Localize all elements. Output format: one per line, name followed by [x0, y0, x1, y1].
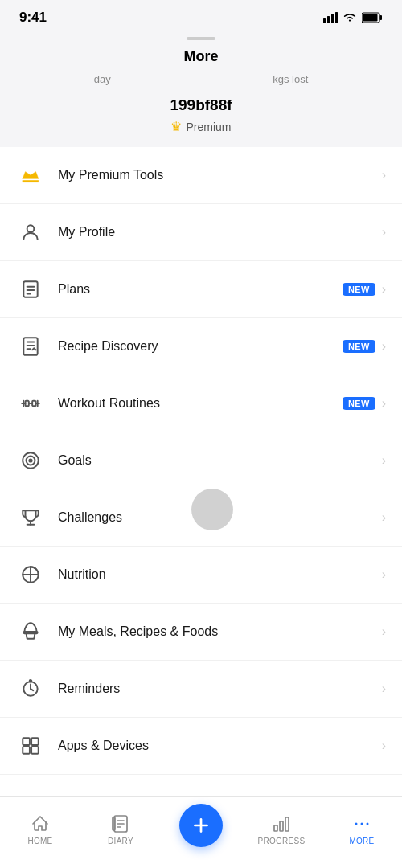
- chevron-icon: ›: [382, 339, 386, 354]
- svg-point-33: [30, 680, 32, 682]
- premium-badge: ♛ Premium: [170, 119, 231, 134]
- home-tab-icon: [30, 813, 51, 834]
- wifi-icon: [343, 12, 357, 23]
- premium-label: Premium: [186, 121, 231, 133]
- workout-new-badge: NEW: [343, 397, 375, 410]
- svg-rect-45: [274, 825, 277, 831]
- svg-line-32: [31, 689, 33, 690]
- svg-rect-6: [363, 14, 378, 22]
- diary-tab-icon: [110, 813, 131, 834]
- tab-diary[interactable]: DIARY: [96, 813, 145, 845]
- apps-icon: [16, 731, 45, 760]
- chevron-icon: ›: [382, 567, 386, 582]
- reminders-icon: [16, 674, 45, 703]
- add-button[interactable]: [179, 804, 223, 847]
- menu-item-challenges[interactable]: Challenges ›: [0, 489, 402, 547]
- menu-item-my-profile[interactable]: My Profile ›: [0, 204, 402, 261]
- page-title: More: [0, 48, 402, 65]
- recipe-icon: [16, 332, 45, 361]
- recipe-discovery-label: Recipe Discovery: [58, 339, 336, 354]
- kgs-lost-label: kgs lost: [273, 73, 308, 85]
- goals-icon: [16, 446, 45, 475]
- chevron-icon: ›: [382, 282, 386, 297]
- svg-point-49: [361, 823, 363, 825]
- meals-icon: [16, 617, 45, 646]
- progress-tab-label: PROGRESS: [257, 837, 305, 845]
- svg-rect-36: [23, 747, 30, 754]
- progress-tab-icon: [271, 813, 292, 834]
- svg-point-48: [355, 823, 358, 825]
- svg-point-50: [367, 823, 369, 825]
- day-label: day: [94, 73, 111, 85]
- apps-devices-label: Apps & Devices: [58, 739, 375, 753]
- more-tab-label: MORE: [349, 837, 374, 845]
- signal-icon: [323, 12, 338, 23]
- challenges-label: Challenges: [58, 510, 375, 525]
- plans-new-badge: NEW: [343, 283, 375, 296]
- menu-list: My Premium Tools › My Profile ›: [0, 147, 402, 831]
- challenges-icon: [16, 503, 45, 532]
- goals-label: Goals: [58, 453, 375, 468]
- svg-rect-8: [23, 281, 37, 297]
- battery-icon: [362, 12, 383, 23]
- plans-icon: [16, 275, 45, 304]
- svg-point-7: [27, 225, 35, 232]
- diary-tab-label: DIARY: [108, 837, 133, 845]
- chevron-icon: ›: [382, 168, 386, 182]
- svg-rect-46: [280, 821, 283, 831]
- svg-rect-35: [31, 738, 39, 745]
- chevron-icon: ›: [382, 453, 386, 468]
- svg-rect-34: [23, 738, 30, 745]
- workout-icon: [16, 389, 45, 418]
- chevron-icon: ›: [382, 510, 386, 525]
- menu-item-plans[interactable]: Plans NEW ›: [0, 261, 402, 318]
- my-meals-label: My Meals, Recipes & Foods: [58, 624, 375, 639]
- stats-row: day kgs lost: [0, 68, 402, 90]
- tab-progress[interactable]: PROGRESS: [257, 813, 306, 845]
- tab-bar: HOME DIARY: [0, 796, 402, 868]
- menu-item-goals[interactable]: Goals ›: [0, 432, 402, 489]
- svg-rect-3: [335, 12, 338, 23]
- plans-label: Plans: [58, 282, 336, 297]
- premium-tools-icon: [16, 161, 45, 190]
- my-profile-label: My Profile: [58, 225, 375, 240]
- menu-item-my-meals[interactable]: My Meals, Recipes & Foods ›: [0, 604, 402, 661]
- svg-rect-47: [285, 817, 289, 831]
- svg-rect-2: [331, 14, 334, 23]
- chevron-icon: ›: [382, 624, 386, 639]
- profile-icon: [16, 218, 45, 247]
- crown-badge-icon: ♛: [170, 119, 182, 134]
- reminders-label: Reminders: [58, 682, 375, 696]
- chevron-icon: ›: [382, 739, 386, 753]
- status-time: 9:41: [19, 10, 47, 26]
- status-bar: 9:41: [0, 0, 402, 32]
- header: More: [0, 32, 402, 68]
- menu-item-apps-devices[interactable]: Apps & Devices ›: [0, 718, 402, 775]
- tab-home[interactable]: HOME: [16, 813, 64, 845]
- menu-item-recipe-discovery[interactable]: Recipe Discovery NEW ›: [0, 318, 402, 375]
- menu-item-premium-tools[interactable]: My Premium Tools ›: [0, 147, 402, 204]
- nutrition-label: Nutrition: [58, 567, 375, 582]
- menu-item-nutrition[interactable]: Nutrition ›: [0, 547, 402, 604]
- workout-routines-label: Workout Routines: [58, 396, 336, 411]
- chevron-icon: ›: [382, 682, 386, 696]
- menu-item-reminders[interactable]: Reminders ›: [0, 661, 402, 718]
- svg-point-25: [29, 459, 31, 461]
- svg-rect-5: [380, 15, 383, 20]
- home-tab-label: HOME: [27, 837, 52, 845]
- user-id: 199bf88f: [0, 96, 402, 114]
- menu-item-workout-routines[interactable]: Workout Routines NEW ›: [0, 375, 402, 432]
- more-tab-icon: [351, 813, 372, 834]
- recipe-new-badge: NEW: [343, 340, 375, 353]
- svg-rect-0: [323, 18, 326, 23]
- user-info: 199bf88f ♛ Premium: [0, 90, 402, 147]
- drag-handle: [187, 37, 215, 40]
- premium-tools-label: My Premium Tools: [58, 168, 375, 182]
- tab-add[interactable]: [177, 804, 225, 855]
- nutrition-icon: [16, 560, 45, 589]
- svg-rect-12: [23, 338, 37, 355]
- tab-more[interactable]: MORE: [338, 813, 386, 845]
- status-icons: [323, 12, 383, 23]
- chevron-icon: ›: [382, 396, 386, 411]
- svg-rect-1: [327, 16, 330, 23]
